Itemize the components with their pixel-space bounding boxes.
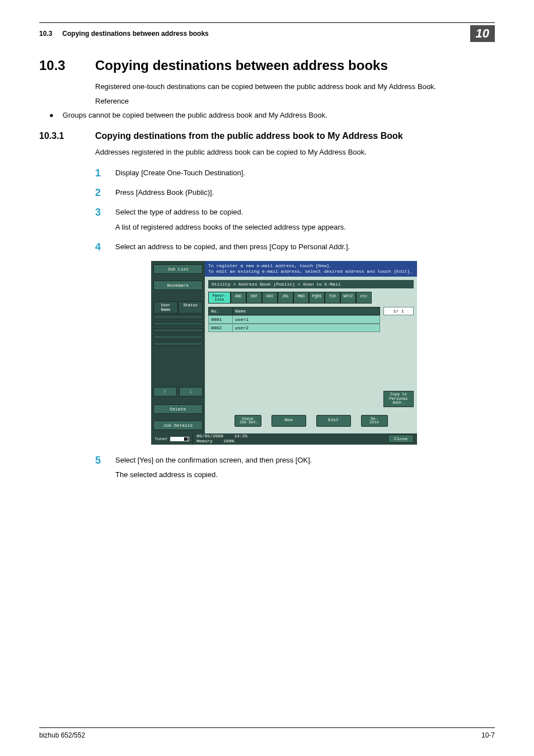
scroll-up-button[interactable]: ↑ [153,387,177,396]
step-number-3: 3 [95,207,104,218]
status-header: Status [178,301,203,314]
page-indicator: 1/ 1 [383,307,414,315]
table-header-no: No. [208,307,233,315]
heading2-title: Copying destinations from the public add… [95,131,403,141]
job-row-empty [153,335,203,339]
h2-intro: Addresses registered in the public addre… [95,147,495,158]
footer-model: bizhub 652/552 [39,731,85,739]
step-number-1: 1 [95,167,104,179]
heading2-number: 10.3.1 [39,131,81,141]
table-cell-name: user1 [233,315,380,324]
step-text-3: Select the type of address to be copied. [115,207,346,218]
bullet-marker-icon: ● [49,110,54,121]
job-details-button[interactable]: Job Details [153,421,203,430]
tab-jkl[interactable]: JKL [278,292,293,304]
tab-mno[interactable]: MNO [293,292,309,304]
new-button[interactable]: New [271,415,306,427]
step-text-2: Press [Address Book (Public)]. [115,187,214,199]
heading1-number: 10.3 [39,58,81,73]
step-subtext-5: The selected address is copied. [115,469,312,481]
header-section-title: Copying destinations between address boo… [62,30,208,38]
job-row-empty [153,315,203,319]
step-subtext-3: A list of registered address books of th… [115,222,346,234]
tab-wxyz[interactable]: WXYZ [340,292,356,304]
banner-line2: To edit an existing e-mail address, sele… [208,269,414,274]
job-list-tab[interactable]: Job List [153,264,203,274]
table-cell-no: 0002 [208,324,233,332]
instruction-banner: To register a new e-mail address, touch … [205,261,417,277]
job-row-empty [153,328,203,333]
breadcrumb: Utility > Address Book (Public) > Scan t… [208,280,414,288]
step-number-4: 4 [95,241,104,253]
delete-button[interactable]: De- lete [361,415,388,427]
job-row-empty [153,342,203,346]
step-text-5: Select [Yes] on the confirmation screen,… [115,455,312,466]
bookmark-button[interactable]: Bookmark [153,281,203,290]
footer-memory-value: 100% [223,438,234,444]
check-job-set-button[interactable]: Check Job Set. [235,415,261,427]
tab-tuv[interactable]: TUV [325,292,340,304]
step-text-4: Select an address to be copied, and then… [115,241,350,253]
tab-ghi[interactable]: GHI [262,292,278,304]
tab-pqrs[interactable]: PQRS [309,292,325,304]
footer-time: 14:25 [234,433,247,438]
table-cell-name: user2 [233,324,380,332]
copy-to-personal-button[interactable]: Copy to Personal Addr. [383,391,414,407]
table-cell-no: 0001 [208,315,233,324]
table-header-name: Name [233,307,380,315]
username-header: User Name [153,301,178,314]
toner-label: Toner [154,436,168,441]
bullet-text: Groups cannot be copied between the publ… [63,110,327,121]
edit-button[interactable]: Edit [316,415,351,427]
footer-date: 09/05/2008 [196,433,223,438]
banner-line1: To register a new e-mail address, touch … [208,263,414,269]
close-button[interactable]: Close [388,435,414,443]
delete-job-button[interactable]: Delete [153,404,203,414]
page-header: 10.3 Copying destinations between addres… [39,25,495,42]
footer-memory-label: Memory [196,438,213,444]
step-number-2: 2 [95,187,104,199]
job-row-empty [153,321,203,326]
table-row[interactable]: 0001 user1 [208,315,380,324]
footer-page-number: 10-7 [481,731,495,739]
address-table: No. Name 0001 user1 0002 user2 [208,307,380,412]
intro-para1: Registered one-touch destinations can be… [95,81,495,92]
tab-favorites[interactable]: Favor- ites [208,292,231,304]
toner-bar-icon [170,437,189,441]
step-text-1: Display [Create One-Touch Destination]. [115,167,245,179]
step-number-5: 5 [95,455,104,466]
tab-abc[interactable]: ABC [231,292,246,304]
scroll-down-button[interactable]: ↓ [179,387,203,396]
tab-etc[interactable]: etc [356,292,372,304]
device-screenshot: Job List Bookmark User Name Status ↑ ↓ D… [151,261,417,445]
table-row[interactable]: 0002 user2 [208,324,380,332]
chapter-badge: 10 [470,25,495,42]
tab-def[interactable]: DEF [246,292,262,304]
page-footer: bizhub 652/552 10-7 [39,727,495,739]
heading1-title: Copying destinations between address boo… [95,58,388,73]
intro-para2: Reference [95,96,495,107]
header-section-number: 10.3 [39,30,52,38]
